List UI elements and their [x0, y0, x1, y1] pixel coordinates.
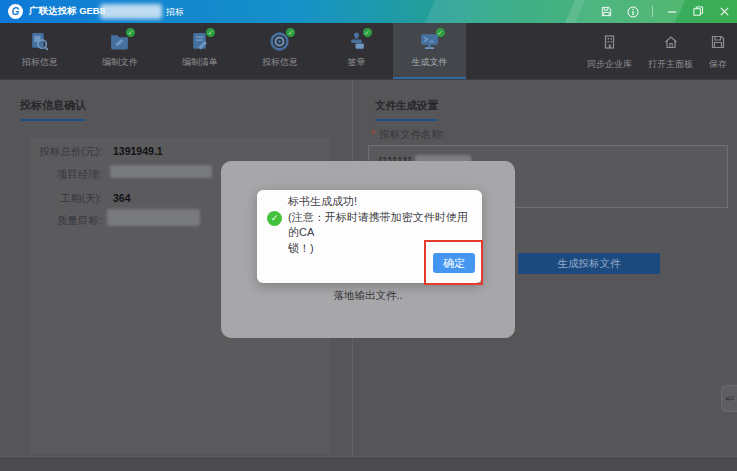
tab-label: 编制清单 [182, 56, 218, 69]
check-badge-icon: ✓ [286, 28, 295, 37]
left-panel-title: 投标信息确认 [20, 98, 86, 121]
field-label-total-price: 投标总价(元): [28, 145, 102, 159]
save-toolbar-button[interactable]: 保存 [709, 32, 727, 71]
check-badge-icon: ✓ [126, 28, 135, 37]
doc-edit-icon [189, 38, 210, 55]
field-value-duration: 364 [113, 192, 131, 204]
building-sync-icon [602, 34, 618, 54]
stamp-icon [346, 38, 367, 55]
tab-qianzhang[interactable]: ✓ 签章 [320, 23, 393, 79]
tab-bianzhi-qingdan[interactable]: ✓ 编制清单 [160, 23, 240, 79]
tab-label: 生成文件 [412, 56, 448, 69]
check-badge-icon: ✓ [206, 28, 215, 37]
open-main-panel-button[interactable]: 打开主面板 [648, 32, 693, 71]
info-icon[interactable] [626, 5, 639, 18]
redacted-project-manager [110, 165, 212, 178]
doc-type-label: 招标 [166, 6, 184, 19]
titlebar-decoration [425, 0, 586, 23]
list-collapse-icon: ◂≡ [725, 394, 735, 403]
tab-label: 投标信息 [262, 56, 298, 69]
minimize-icon[interactable] [666, 5, 679, 18]
monitor-icon [419, 38, 440, 55]
home-icon [663, 34, 679, 54]
action-label: 同步企业库 [587, 58, 632, 71]
generate-bid-file-button[interactable]: 生成投标文件 [518, 253, 660, 274]
sync-enterprise-library-button[interactable]: 同步企业库 [587, 32, 632, 71]
status-bar [0, 458, 737, 471]
action-label: 保存 [709, 58, 727, 71]
required-mark: * [371, 128, 375, 140]
progress-text: 落地输出文件.. [221, 289, 515, 303]
redacted-quality-target [107, 209, 200, 226]
success-check-icon: ✓ [267, 211, 282, 226]
check-badge-icon: ✓ [363, 28, 372, 37]
target-icon [269, 38, 290, 55]
toolbar: 招标信息 ✓ 编制文件 ✓ 编制清单 ✓ 投标信息 [0, 23, 737, 80]
field-label-project-manager: 项目经理: [28, 168, 102, 182]
file-name-label: 投标文件名称: [379, 128, 445, 142]
tab-zhaobiao-xinxi[interactable]: 招标信息 [0, 23, 80, 79]
folder-edit-icon [109, 38, 130, 55]
app-window: G 广联达投标 GEB8 招标 [0, 0, 737, 471]
tab-shengcheng-wenjian[interactable]: ✓ 生成文件 [393, 23, 466, 79]
titlebar: G 广联达投标 GEB8 招标 [0, 0, 737, 23]
doc-search-icon [29, 38, 50, 55]
maximize-icon[interactable] [692, 5, 705, 18]
field-label-duration: 工期(天): [28, 192, 102, 206]
app-logo-icon: G [8, 4, 23, 19]
collapse-panel-handle[interactable]: ◂≡ [721, 385, 737, 412]
dialog-message: 标书生成成功! (注意：开标时请携带加密文件时使用的CA 锁！) [288, 194, 474, 256]
close-icon[interactable] [718, 5, 731, 18]
check-badge-icon: ✓ [436, 28, 445, 37]
redacted-project-name [100, 4, 162, 19]
tab-toubiao-xinxi[interactable]: ✓ 投标信息 [240, 23, 320, 79]
tab-label: 签章 [348, 56, 366, 69]
right-panel-title: 文件生成设置 [375, 99, 438, 121]
success-dialog: ✓ 标书生成成功! (注意：开标时请携带加密文件时使用的CA 锁！) 确定 [257, 190, 482, 283]
tab-bianzhi-wenjian[interactable]: ✓ 编制文件 [80, 23, 160, 79]
dialog-message-line: (注意：开标时请携带加密文件时使用的CA [288, 210, 474, 241]
field-label-quality-target: 质量目标: [28, 214, 102, 228]
titlebar-separator [652, 6, 653, 17]
dialog-message-line: 标书生成成功! [288, 194, 474, 210]
field-value-total-price: 1391949.1 [113, 145, 163, 157]
action-label: 打开主面板 [648, 58, 693, 71]
save-icon[interactable] [600, 5, 613, 18]
tab-label: 编制文件 [102, 56, 138, 69]
save-icon [710, 34, 726, 54]
ok-button[interactable]: 确定 [433, 253, 475, 273]
tab-label: 招标信息 [22, 56, 58, 69]
app-title: 广联达投标 GEB8 [29, 5, 105, 18]
